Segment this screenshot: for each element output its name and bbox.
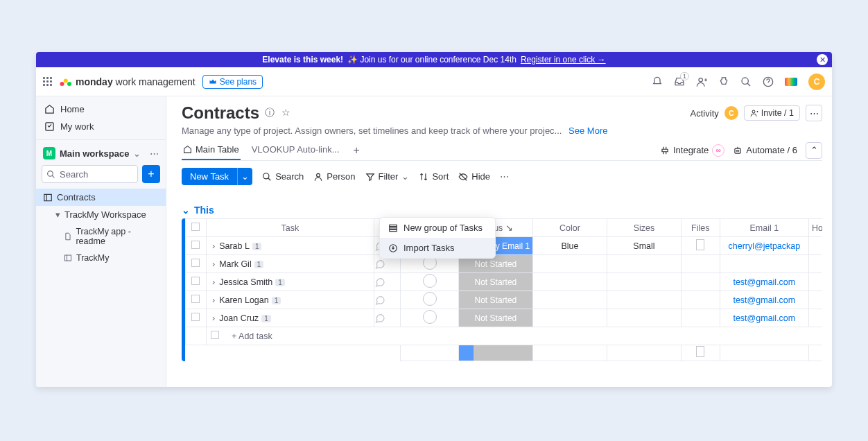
email-cell[interactable]: test@gmail.com bbox=[720, 291, 808, 309]
row-checkbox[interactable] bbox=[191, 241, 200, 249]
tab-main-table[interactable]: Main Table bbox=[182, 140, 241, 160]
see-plans-button[interactable]: See plans bbox=[202, 75, 263, 89]
product-switcher-icon[interactable] bbox=[785, 78, 797, 86]
col-files[interactable]: Files bbox=[681, 219, 720, 237]
expand-icon[interactable]: › bbox=[212, 259, 215, 269]
table-row[interactable]: ›Sarab L1Viewed by Email 1BlueSmallcherr… bbox=[186, 237, 823, 255]
file-cell[interactable] bbox=[681, 309, 720, 327]
sidebar-item-trackmy[interactable]: TrackMy bbox=[36, 250, 166, 266]
hourly-cell[interactable]: 5 bbox=[809, 291, 822, 309]
col-hourly[interactable]: Hourly bbox=[809, 219, 822, 237]
sidebar-search-input[interactable]: Search bbox=[42, 165, 138, 183]
row-checkbox[interactable] bbox=[191, 313, 200, 321]
col-task[interactable]: Task bbox=[206, 219, 374, 237]
help-icon[interactable] bbox=[763, 76, 774, 87]
size-cell[interactable] bbox=[607, 309, 681, 327]
nav-home[interactable]: Home bbox=[36, 101, 166, 118]
status-cell[interactable]: Not Started bbox=[458, 291, 532, 309]
banner-close-icon[interactable]: ✕ bbox=[817, 54, 828, 65]
workspace-selector[interactable]: M Main workspace ⌄ ⋯ bbox=[36, 144, 166, 162]
integrate-button[interactable]: Integrate ∞ bbox=[660, 144, 724, 157]
new-task-dropdown-button[interactable]: ⌄ bbox=[237, 168, 252, 185]
collapse-header-button[interactable]: ⌃ bbox=[806, 142, 822, 159]
col-color[interactable]: Color bbox=[532, 219, 607, 237]
toolbar-filter[interactable]: Filter⌄ bbox=[365, 171, 410, 182]
app-switcher-icon[interactable] bbox=[43, 77, 52, 86]
search-icon[interactable] bbox=[740, 76, 752, 87]
row-checkbox[interactable] bbox=[191, 259, 200, 267]
banner-link[interactable]: Register in one click → bbox=[521, 55, 606, 64]
activity-label[interactable]: Activity bbox=[691, 108, 719, 119]
owner-avatar[interactable] bbox=[423, 274, 437, 288]
color-cell[interactable] bbox=[532, 255, 607, 273]
see-more-link[interactable]: See More bbox=[568, 126, 607, 136]
size-cell[interactable] bbox=[607, 291, 681, 309]
board-options-icon[interactable]: ⋯ bbox=[806, 105, 822, 121]
expand-icon[interactable]: › bbox=[212, 313, 215, 323]
status-cell[interactable]: Not Started bbox=[458, 273, 532, 291]
sidebar-item-trackmy-readme[interactable]: TrackMy app - readme bbox=[36, 223, 166, 250]
new-task-button[interactable]: New Task ⌄ bbox=[182, 168, 252, 185]
menu-new-group[interactable]: New group of Tasks bbox=[380, 218, 495, 238]
col-sizes[interactable]: Sizes bbox=[607, 219, 681, 237]
inbox-icon[interactable]: 1 bbox=[674, 76, 685, 87]
table-row[interactable]: ›Jessica Smith1Not Startedtest@gmail.com… bbox=[186, 273, 823, 291]
size-cell[interactable] bbox=[607, 255, 681, 273]
size-cell[interactable] bbox=[607, 273, 681, 291]
size-cell[interactable]: Small bbox=[607, 237, 681, 255]
invite-icon[interactable] bbox=[696, 76, 707, 87]
invite-button[interactable]: Invite / 1 bbox=[744, 105, 800, 121]
expand-icon[interactable]: › bbox=[212, 277, 215, 287]
automate-button[interactable]: Automate / 6 bbox=[733, 145, 797, 155]
hourly-cell[interactable]: 2 bbox=[809, 309, 822, 327]
status-cell[interactable]: Not Started bbox=[458, 309, 532, 327]
color-cell[interactable] bbox=[532, 291, 607, 309]
email-cell[interactable]: cherryl@jetpackap bbox=[720, 237, 808, 255]
file-cell[interactable] bbox=[681, 273, 720, 291]
color-cell[interactable] bbox=[532, 309, 607, 327]
user-avatar[interactable]: C bbox=[808, 74, 825, 90]
file-cell[interactable] bbox=[681, 237, 720, 255]
expand-icon[interactable]: › bbox=[212, 241, 215, 251]
sidebar-item-trackmy-workspace[interactable]: ▾ TrackMy Workspace bbox=[36, 206, 166, 223]
col-email1[interactable]: Email 1 bbox=[720, 219, 808, 237]
sidebar-item-contracts[interactable]: Contracts bbox=[36, 189, 166, 206]
logo[interactable]: monday work management bbox=[59, 76, 196, 88]
toolbar-search[interactable]: Search bbox=[262, 171, 304, 182]
toolbar-more-icon[interactable]: ⋯ bbox=[500, 171, 509, 182]
toolbar-sort[interactable]: Sort bbox=[419, 171, 449, 182]
add-task-row[interactable]: + Add task bbox=[186, 327, 823, 345]
chat-icon[interactable] bbox=[374, 259, 401, 270]
group-header[interactable]: ⌄ This bbox=[182, 205, 822, 216]
chat-icon[interactable] bbox=[374, 295, 401, 306]
hourly-cell[interactable]: 1 bbox=[809, 255, 822, 273]
checkbox[interactable] bbox=[211, 331, 219, 339]
bell-icon[interactable] bbox=[652, 76, 663, 87]
table-row[interactable]: ›Joan Cruz1Not Startedtest@gmail.com2 bbox=[186, 309, 823, 327]
email-cell[interactable]: test@gmail.com bbox=[720, 273, 808, 291]
tab-vlookup[interactable]: VLOOKUP Auto-link... bbox=[250, 140, 341, 160]
nav-mywork[interactable]: My work bbox=[36, 118, 166, 135]
color-cell[interactable]: Blue bbox=[532, 237, 607, 255]
row-checkbox[interactable] bbox=[191, 277, 200, 285]
hourly-cell[interactable]: 1 bbox=[809, 237, 822, 255]
expand-icon[interactable]: › bbox=[212, 295, 215, 305]
row-checkbox[interactable] bbox=[191, 295, 200, 303]
toolbar-person[interactable]: Person bbox=[313, 171, 355, 182]
file-cell[interactable] bbox=[681, 291, 720, 309]
sidebar-add-button[interactable]: + bbox=[142, 165, 160, 183]
menu-import-tasks[interactable]: Import Tasks bbox=[380, 238, 495, 258]
apps-icon[interactable] bbox=[718, 76, 729, 87]
owner-avatar[interactable] bbox=[423, 292, 437, 306]
color-cell[interactable] bbox=[532, 273, 607, 291]
table-row[interactable]: ›Mark Gil1Not Started1 bbox=[186, 255, 823, 273]
chat-icon[interactable] bbox=[374, 277, 401, 288]
email-cell[interactable] bbox=[720, 255, 808, 273]
workspace-menu-icon[interactable]: ⋯ bbox=[150, 148, 159, 159]
info-icon[interactable]: ⓘ bbox=[265, 107, 275, 119]
file-cell[interactable] bbox=[681, 255, 720, 273]
table-row[interactable]: ›Karen Logan1Not Startedtest@gmail.com5 bbox=[186, 291, 823, 309]
toolbar-hide[interactable]: Hide bbox=[458, 171, 490, 182]
favorite-icon[interactable]: ☆ bbox=[281, 107, 290, 119]
add-view-button[interactable]: + bbox=[351, 144, 363, 157]
